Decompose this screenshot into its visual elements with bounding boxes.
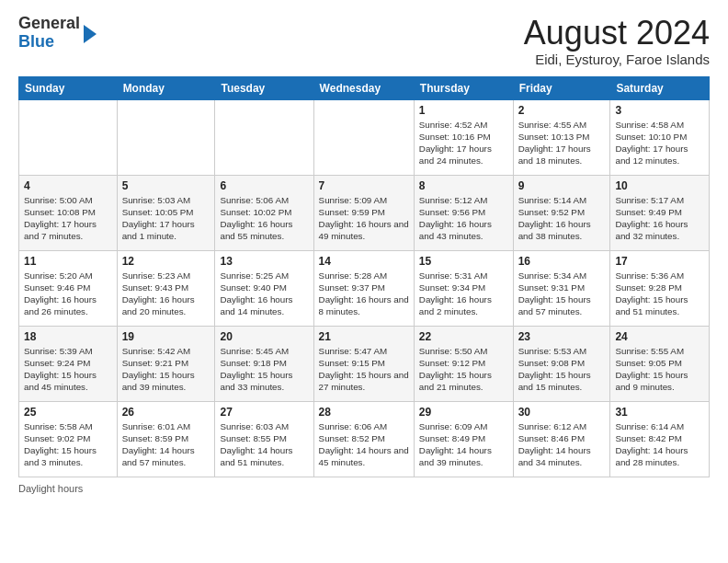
calendar-cell: 9Sunrise: 5:14 AM Sunset: 9:52 PM Daylig… [513,175,610,250]
day-number: 14 [319,255,409,268]
day-info: Sunrise: 6:06 AM Sunset: 8:52 PM Dayligh… [319,420,409,469]
calendar-cell: 6Sunrise: 5:06 AM Sunset: 10:02 PM Dayli… [215,175,313,250]
day-number: 3 [615,104,704,117]
calendar-week-3: 11Sunrise: 5:20 AM Sunset: 9:46 PM Dayli… [19,250,710,326]
day-number: 27 [220,406,308,419]
calendar-cell: 22Sunrise: 5:50 AM Sunset: 9:12 PM Dayli… [414,326,513,401]
calendar-week-2: 4Sunrise: 5:00 AM Sunset: 10:08 PM Dayli… [19,175,710,250]
calendar-cell: 1Sunrise: 4:52 AM Sunset: 10:16 PM Dayli… [414,99,513,175]
page: General Blue August 2024 Eidi, Eysturoy,… [0,0,728,503]
logo-blue: Blue [18,32,54,51]
calendar-table: SundayMondayTuesdayWednesdayThursdayFrid… [18,76,710,477]
calendar-week-5: 25Sunrise: 5:58 AM Sunset: 9:02 PM Dayli… [19,401,710,477]
calendar-cell: 14Sunrise: 5:28 AM Sunset: 9:37 PM Dayli… [313,250,414,326]
day-number: 22 [419,330,508,343]
calendar-cell: 7Sunrise: 5:09 AM Sunset: 9:59 PM Daylig… [313,175,414,250]
day-info: Sunrise: 5:55 AM Sunset: 9:05 PM Dayligh… [615,345,704,394]
day-number: 11 [24,255,112,268]
calendar-cell: 25Sunrise: 5:58 AM Sunset: 9:02 PM Dayli… [19,401,118,477]
calendar-cell [313,99,414,175]
day-info: Sunrise: 4:55 AM Sunset: 10:13 PM Daylig… [518,119,606,167]
day-number: 17 [615,255,704,268]
day-info: Sunrise: 5:25 AM Sunset: 9:40 PM Dayligh… [220,270,308,318]
calendar-cell [19,99,118,175]
day-info: Sunrise: 5:28 AM Sunset: 9:37 PM Dayligh… [319,270,409,318]
day-info: Sunrise: 5:12 AM Sunset: 9:56 PM Dayligh… [419,194,508,243]
location: Eidi, Eysturoy, Faroe Islands [524,52,710,67]
day-info: Sunrise: 5:03 AM Sunset: 10:05 PM Daylig… [122,194,210,243]
calendar-cell: 24Sunrise: 5:55 AM Sunset: 9:05 PM Dayli… [610,326,710,401]
day-info: Sunrise: 5:00 AM Sunset: 10:08 PM Daylig… [24,194,112,243]
day-number: 2 [518,104,606,117]
day-info: Sunrise: 4:58 AM Sunset: 10:10 PM Daylig… [615,119,704,167]
col-header-tuesday: Tuesday [215,76,313,99]
calendar-header-row: SundayMondayTuesdayWednesdayThursdayFrid… [19,76,710,99]
day-info: Sunrise: 5:53 AM Sunset: 9:08 PM Dayligh… [518,345,606,394]
logo: General Blue [18,15,97,52]
col-header-wednesday: Wednesday [313,76,414,99]
footer: Daylight hours [18,483,710,494]
col-header-sunday: Sunday [19,76,118,99]
day-number: 26 [122,406,210,419]
day-info: Sunrise: 5:34 AM Sunset: 9:31 PM Dayligh… [518,270,606,318]
month-year: August 2024 [524,15,710,52]
day-info: Sunrise: 5:20 AM Sunset: 9:46 PM Dayligh… [24,270,112,318]
day-number: 9 [518,179,606,192]
day-number: 18 [24,330,112,343]
day-number: 15 [419,255,508,268]
day-number: 29 [419,406,508,419]
calendar-cell: 13Sunrise: 5:25 AM Sunset: 9:40 PM Dayli… [215,250,313,326]
calendar-cell: 10Sunrise: 5:17 AM Sunset: 9:49 PM Dayli… [610,175,710,250]
day-number: 10 [615,179,704,192]
calendar-week-1: 1Sunrise: 4:52 AM Sunset: 10:16 PM Dayli… [19,99,710,175]
calendar-cell: 23Sunrise: 5:53 AM Sunset: 9:08 PM Dayli… [513,326,610,401]
title-block: August 2024 Eidi, Eysturoy, Faroe Island… [524,15,710,67]
day-info: Sunrise: 5:06 AM Sunset: 10:02 PM Daylig… [220,194,308,243]
daylight-label: Daylight hours [18,483,83,494]
day-info: Sunrise: 5:31 AM Sunset: 9:34 PM Dayligh… [419,270,508,318]
day-number: 7 [319,179,409,192]
day-info: Sunrise: 5:09 AM Sunset: 9:59 PM Dayligh… [319,194,409,243]
calendar-cell: 21Sunrise: 5:47 AM Sunset: 9:15 PM Dayli… [313,326,414,401]
day-number: 5 [122,179,210,192]
calendar-cell: 3Sunrise: 4:58 AM Sunset: 10:10 PM Dayli… [610,99,710,175]
day-number: 20 [220,330,308,343]
day-info: Sunrise: 6:14 AM Sunset: 8:42 PM Dayligh… [615,420,704,469]
col-header-monday: Monday [117,76,215,99]
calendar-cell: 16Sunrise: 5:34 AM Sunset: 9:31 PM Dayli… [513,250,610,326]
calendar-cell: 26Sunrise: 6:01 AM Sunset: 8:59 PM Dayli… [117,401,215,477]
logo-general: General [18,14,80,32]
calendar-cell: 2Sunrise: 4:55 AM Sunset: 10:13 PM Dayli… [513,99,610,175]
day-number: 25 [24,406,112,419]
day-number: 23 [518,330,606,343]
day-number: 13 [220,255,308,268]
day-info: Sunrise: 6:12 AM Sunset: 8:46 PM Dayligh… [518,420,606,469]
calendar-cell: 29Sunrise: 6:09 AM Sunset: 8:49 PM Dayli… [414,401,513,477]
calendar-cell [117,99,215,175]
day-number: 31 [615,406,704,419]
calendar-cell [215,99,313,175]
day-number: 4 [24,179,112,192]
day-info: Sunrise: 5:39 AM Sunset: 9:24 PM Dayligh… [24,345,112,394]
day-info: Sunrise: 5:42 AM Sunset: 9:21 PM Dayligh… [122,345,210,394]
calendar-cell: 20Sunrise: 5:45 AM Sunset: 9:18 PM Dayli… [215,326,313,401]
calendar-cell: 11Sunrise: 5:20 AM Sunset: 9:46 PM Dayli… [19,250,118,326]
calendar-cell: 28Sunrise: 6:06 AM Sunset: 8:52 PM Dayli… [313,401,414,477]
day-info: Sunrise: 5:50 AM Sunset: 9:12 PM Dayligh… [419,345,508,394]
day-info: Sunrise: 5:23 AM Sunset: 9:43 PM Dayligh… [122,270,210,318]
day-info: Sunrise: 5:17 AM Sunset: 9:49 PM Dayligh… [615,194,704,243]
day-info: Sunrise: 5:45 AM Sunset: 9:18 PM Dayligh… [220,345,308,394]
calendar-cell: 12Sunrise: 5:23 AM Sunset: 9:43 PM Dayli… [117,250,215,326]
day-number: 30 [518,406,606,419]
col-header-saturday: Saturday [610,76,710,99]
calendar-cell: 17Sunrise: 5:36 AM Sunset: 9:28 PM Dayli… [610,250,710,326]
calendar-cell: 15Sunrise: 5:31 AM Sunset: 9:34 PM Dayli… [414,250,513,326]
day-number: 21 [319,330,409,343]
day-number: 8 [419,179,508,192]
day-number: 19 [122,330,210,343]
day-info: Sunrise: 6:01 AM Sunset: 8:59 PM Dayligh… [122,420,210,469]
day-info: Sunrise: 5:14 AM Sunset: 9:52 PM Dayligh… [518,194,606,243]
calendar-week-4: 18Sunrise: 5:39 AM Sunset: 9:24 PM Dayli… [19,326,710,401]
calendar-cell: 30Sunrise: 6:12 AM Sunset: 8:46 PM Dayli… [513,401,610,477]
calendar-cell: 27Sunrise: 6:03 AM Sunset: 8:55 PM Dayli… [215,401,313,477]
